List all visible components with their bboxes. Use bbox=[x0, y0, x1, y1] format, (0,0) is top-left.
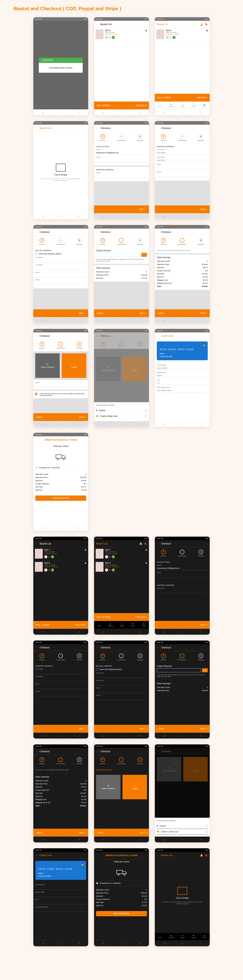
fname-input[interactable] bbox=[157, 151, 208, 154]
lname-input[interactable] bbox=[157, 158, 208, 162]
screen-basket-nav: 12:02 PM74% Basket List 🔔 🔖 Skirt 6 Pric… bbox=[155, 17, 210, 115]
notification-icon[interactable]: 🔔 bbox=[200, 23, 203, 26]
minus-button[interactable]: − bbox=[105, 36, 108, 39]
step-address[interactable]: 📍 bbox=[100, 134, 105, 139]
screen-card-dark: 12:02 PM74% ←Credit Card 💳XXXX XXXX XXXX… bbox=[33, 848, 88, 946]
card-number-input[interactable] bbox=[157, 366, 208, 370]
screen-modal: 12:02 PM74% ✓SUCCESS Successfully added … bbox=[33, 17, 88, 115]
header: ← Basket List bbox=[94, 21, 149, 28]
svg-rect-0 bbox=[56, 455, 62, 458]
nav-home[interactable]: ⌂Home bbox=[158, 104, 162, 107]
screen-empty-basket: 12:02 PM74% ←Basket List Cart is Empty L… bbox=[33, 121, 88, 219]
screen-billing-dark: 12:02 PM74% ←Checkout 📍Address✓Confirmat… bbox=[94, 641, 149, 738]
email-input[interactable] bbox=[96, 151, 147, 154]
card-preview: 💳 XXXX XXXX XXXX XXXX MM/YY CARD HOLDER bbox=[157, 341, 208, 360]
svg-point-2 bbox=[63, 458, 65, 460]
checkout-button[interactable]: CHECKOUT bbox=[136, 105, 146, 107]
screen-checkout-contact-dark: 12:02 PM74% ←Checkout 📍Address✓Confirmat… bbox=[155, 537, 210, 635]
coupon-input[interactable] bbox=[96, 253, 140, 257]
next-button[interactable]: NEXT > bbox=[140, 208, 146, 210]
screen-checkout-contact: 12:02 PM74% ←Checkout 📍Address ✓Confirma… bbox=[94, 121, 149, 219]
screen-payment-dark: 12:02 PM74% ←Checkout 📍Address✓Confirmat… bbox=[94, 745, 149, 842]
phone-input[interactable] bbox=[96, 158, 147, 162]
modal-header: ✓SUCCESS bbox=[39, 57, 83, 63]
same-checkbox[interactable] bbox=[35, 253, 38, 255]
screen-basket-dark-nav: 12:02 PM74% Basket List🔔🔖 Skirt 7Price :… bbox=[94, 537, 149, 635]
back-icon[interactable]: ← bbox=[96, 23, 99, 26]
nav-basket[interactable]: 🛒Basket bbox=[181, 104, 185, 107]
screen-credit-card: 12:02 PM74% ←Credit Card 💳 XXXX XXXX XXX… bbox=[155, 329, 210, 427]
delete-icon[interactable]: 🗑 bbox=[145, 29, 148, 39]
pay-cod[interactable]: 💵Cash on Delivery bbox=[35, 353, 60, 378]
screen-checkout-shipping: 12:02 PM74% ←Checkout 📍Address ✓Confirma… bbox=[155, 121, 210, 219]
check-icon: ✓ bbox=[40, 59, 42, 61]
card-expiry-input[interactable] bbox=[157, 374, 208, 377]
screen-paypal-select-dark: 12:02 PM74% ←Checkout💵Cash on DeliveryPP… bbox=[155, 745, 210, 842]
truck-icon bbox=[55, 453, 67, 461]
screen-checkout-summary: 12:02 PM74% ←Checkout 📍Address ✓Confirma… bbox=[155, 225, 210, 323]
screen-shipping-dark: 12:02 PM74% ←Checkout 📍Address✓Confirmat… bbox=[33, 641, 88, 738]
statusbar: 12:02 PM74% bbox=[33, 17, 88, 21]
screen-coupon-dark: 12:02 PM74% ←Checkout 📍Address✓Confirmat… bbox=[155, 641, 210, 738]
page-title: Basket and Checkout ( COD, Paypal and St… bbox=[6, 6, 237, 11]
product-image bbox=[95, 29, 103, 39]
nav-profile[interactable]: 👤Profile bbox=[202, 104, 206, 107]
basket-footer: Price : $ 390.00 CHECKOUT bbox=[94, 102, 149, 109]
pay-paypal[interactable]: PPaypal bbox=[62, 353, 86, 378]
bookmark-icon[interactable]: 🔖 bbox=[205, 23, 208, 26]
step-confirm: ✓ bbox=[119, 134, 124, 139]
checkout-steps: 📍Address ✓Confirmation $Payment bbox=[94, 132, 149, 144]
success-title: ORDER SUCCESSFULLY DONE bbox=[33, 436, 88, 444]
nav-search[interactable]: 🔍Search bbox=[191, 104, 196, 107]
screen-success-dark: 12:02 PM74% ORDER SUCCESSFULLY DONEThank… bbox=[94, 848, 149, 946]
header-title: Basket List bbox=[100, 23, 147, 25]
svg-point-4 bbox=[118, 874, 119, 875]
plus-button[interactable]: + bbox=[112, 36, 115, 39]
step-payment: $ bbox=[138, 134, 143, 139]
screen-checkout-billing: 12:02 PM74% ←Checkout 📍Address ✓Confirma… bbox=[33, 225, 88, 323]
terms-checkbox[interactable] bbox=[35, 393, 37, 395]
empty-title: Cart is Empty bbox=[54, 173, 67, 176]
screen-basket-light: 12:02 PM74% ← Basket List Skirt 5 Price … bbox=[94, 17, 149, 115]
svg-point-5 bbox=[124, 874, 125, 875]
card-option[interactable]: 💳Credit or Debit Card bbox=[96, 414, 147, 419]
screen-basket-dark: 12:02 PM74% ←Basket List Skirt 7Price : … bbox=[33, 537, 88, 635]
svg-rect-3 bbox=[117, 870, 122, 874]
screen-paypal-select: 12:02 PM74% ←Checkout 📍✓$ PAYMENT METHOD… bbox=[94, 329, 149, 427]
empty-message: Look like you have no items in your shop… bbox=[33, 178, 88, 181]
modal-message: Successfully added to Basket bbox=[39, 63, 83, 73]
bottom-nav: ⌂Home ▦Category 🛒Basket 🔍Search 👤Profile bbox=[155, 102, 210, 109]
android-nav: ◁○□ bbox=[33, 109, 88, 115]
paypal-option[interactable]: PPayPal bbox=[96, 408, 147, 414]
card-name-input[interactable] bbox=[157, 389, 208, 392]
back-button[interactable]: < BACK bbox=[97, 312, 103, 314]
screen-payment-method: 12:02 PM74% ←Checkout 📍Address ✓Confirma… bbox=[33, 329, 88, 427]
nav-category[interactable]: ▦Category bbox=[168, 104, 174, 107]
success-modal: ✓SUCCESS Successfully added to Basket bbox=[33, 21, 88, 109]
empty-cart-icon bbox=[56, 164, 66, 172]
screen-order-success: 12:02 PM74% ORDER SUCCESSFULLY DONE Than… bbox=[33, 433, 88, 531]
svg-point-1 bbox=[57, 458, 59, 460]
coupon-apply-button[interactable]: 🏷 bbox=[141, 253, 147, 257]
memo-input[interactable] bbox=[35, 384, 86, 388]
screen-empty-dark: 12:02 PM74% ←Basket List🔔🔖 Cart is Empty… bbox=[155, 848, 210, 946]
card-cvv-input[interactable] bbox=[157, 381, 208, 385]
basket-item[interactable]: Skirt 5 Price : $ 45.00 SubTotal : $ 90.… bbox=[94, 28, 149, 41]
screen-checkout-coupon: 12:02 PM74% ←Checkout 📍Address ✓Confirma… bbox=[94, 225, 149, 323]
screen-summary-dark: 12:02 PM74% ←Checkout 📍Address✓Confirmat… bbox=[33, 745, 88, 842]
keep-shopping-button[interactable]: KEEP SHOPPING bbox=[35, 495, 86, 501]
